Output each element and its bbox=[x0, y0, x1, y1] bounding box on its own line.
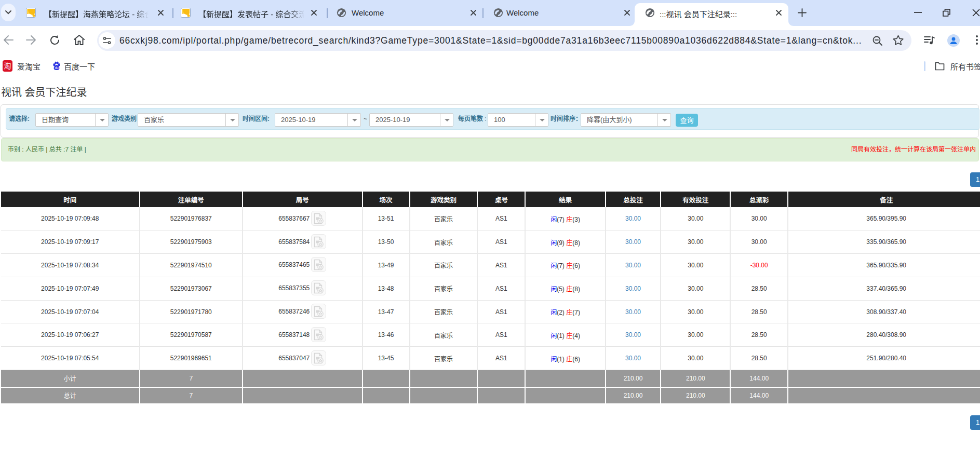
svg-text:du: du bbox=[55, 66, 59, 70]
